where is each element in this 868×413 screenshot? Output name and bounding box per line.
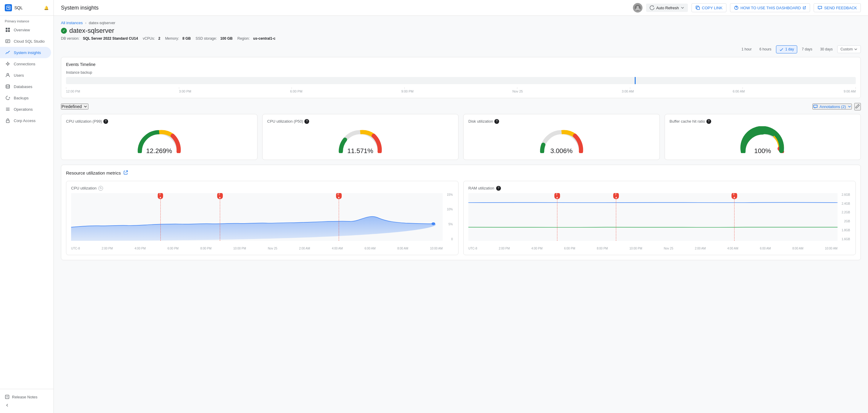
vcpus-label: vCPUs:: [143, 36, 155, 41]
ram-alert-badge-2: 3 ▲: [613, 193, 619, 199]
gauge-cpu-p99-help-icon[interactable]: ?: [103, 119, 108, 124]
svg-rect-7: [6, 40, 10, 43]
memory-label: Memory:: [165, 36, 179, 41]
time-btn-1day[interactable]: 1 day: [776, 45, 798, 54]
svg-rect-5: [6, 30, 7, 32]
bell-icon[interactable]: 🔔: [44, 6, 49, 10]
sidebar-item-connections[interactable]: Connections: [0, 58, 51, 70]
breadcrumb-all-instances[interactable]: All instances: [61, 21, 83, 25]
svg-rect-1: [7, 7, 8, 8]
memory-meta: Memory: 8 GB: [165, 36, 191, 41]
auto-refresh-button[interactable]: Auto Refresh: [646, 4, 688, 12]
overview-icon: [5, 27, 11, 33]
timeline-label-2: 6:00 PM: [290, 90, 302, 93]
predefined-button[interactable]: Predefined: [61, 104, 88, 109]
gauges-row: CPU utilization (P99) ?: [61, 114, 861, 160]
cpu-alert-3: 6 ▲: [339, 193, 339, 241]
annotations-icon: [813, 104, 818, 109]
release-notes-item[interactable]: Release Notes: [5, 393, 49, 401]
sidebar-item-backups-label: Backups: [14, 96, 29, 100]
help-circle-icon: [734, 5, 739, 10]
cpu-chart-info-icon[interactable]: ↻: [98, 186, 103, 191]
backups-icon: [5, 95, 11, 101]
svg-rect-6: [8, 30, 10, 32]
sidebar-item-corp-access-label: Corp Access: [14, 118, 35, 123]
gauge-buffer-cache-help-icon[interactable]: ?: [706, 119, 711, 124]
how-to-button[interactable]: HOW TO USE THIS DASHBOARD: [730, 3, 810, 12]
timeline-label-0: 12:00 PM: [66, 90, 80, 93]
sidebar-item-operations[interactable]: Operations: [0, 104, 51, 115]
sidebar-item-cloud-sql-studio[interactable]: Cloud SQL Studio: [0, 36, 51, 47]
sidebar-item-overview[interactable]: Overview: [0, 24, 51, 36]
gauge-cpu-p99-value: 12.269%: [146, 147, 172, 155]
page-title: System insights: [61, 5, 629, 11]
instance-status-icon: [61, 28, 67, 34]
send-feedback-button[interactable]: SEND FEEDBACK: [814, 3, 861, 12]
resource-title: Resource utilization metrics: [66, 170, 121, 175]
db-version-value: SQL Server 2022 Standard CU14: [83, 36, 138, 41]
ram-alert-3: 6 ▲: [734, 193, 735, 241]
time-btn-custom[interactable]: Custom: [837, 45, 861, 53]
sidebar-item-databases-label: Databases: [14, 84, 32, 89]
cpu-alert-badge-3: 6 ▲: [336, 193, 342, 199]
cpu-alert-1: 3 ▲: [160, 193, 161, 241]
sidebar-item-users[interactable]: Users: [0, 70, 51, 81]
timeline-label-6: 6:00 AM: [733, 90, 745, 93]
ram-chart-title-text: RAM utilization: [468, 186, 494, 191]
timeline-event-marker: [635, 77, 636, 84]
gauge-buffer-cache: Buffer cache hit ratio ?: [664, 114, 861, 160]
sidebar-item-databases[interactable]: Databases: [0, 81, 51, 92]
svg-rect-8: [7, 41, 9, 41]
ram-alert-badge-3: 6 ▲: [732, 193, 737, 199]
avatar: [633, 3, 643, 12]
instance-name: datex-sqlserver: [69, 27, 114, 35]
svg-line-25: [125, 171, 128, 173]
time-btn-1hour[interactable]: 1 hour: [738, 45, 755, 53]
time-btn-6hours[interactable]: 6 hours: [756, 45, 775, 53]
time-btn-30days[interactable]: 30 days: [817, 45, 836, 53]
collapse-item[interactable]: [5, 401, 49, 409]
cpu-x-axis: UTC-8 2:00 PM 4:00 PM 6:00 PM 8:00 PM 10…: [71, 247, 454, 250]
cpu-chart-area: 15% 10% 5% 0 3 ▲: [71, 193, 454, 247]
breadcrumb: All instances › datex-sqlserver: [61, 21, 861, 25]
auto-refresh-label: Auto Refresh: [656, 6, 679, 10]
gauge-disk-util-help-icon[interactable]: ?: [494, 119, 499, 124]
vcpus-meta: vCPUs: 2: [143, 36, 160, 41]
time-btn-7days[interactable]: 7 days: [798, 45, 815, 53]
cpu-y-axis: 15% 10% 5% 0: [444, 193, 454, 241]
app-name: SQL: [14, 5, 23, 10]
timeline-label-1: 3:00 PM: [179, 90, 191, 93]
gauge-cpu-p50-title: CPU utilization (P50) ?: [267, 119, 454, 124]
annotations-button[interactable]: Annotations (2): [812, 104, 852, 109]
edit-icon: [855, 104, 860, 109]
copy-link-button[interactable]: COPY LINK: [691, 3, 726, 12]
sidebar-item-system-insights[interactable]: System insights: [0, 47, 51, 58]
resource-link-icon[interactable]: [123, 170, 128, 176]
sidebar-item-backups[interactable]: Backups: [0, 92, 51, 104]
gauge-cpu-p99-wrapper: 12.269%: [66, 126, 252, 155]
svg-rect-16: [6, 120, 9, 123]
corp-access-icon: [5, 117, 11, 124]
sidebar-footer: Release Notes: [0, 389, 54, 413]
svg-rect-4: [8, 28, 10, 30]
events-timeline-title: Events Timeline: [66, 62, 856, 67]
cpu-chart-svg: [71, 193, 443, 241]
timeline-label-3: 9:00 PM: [401, 90, 413, 93]
gauge-disk-util: Disk utilization ? 3.006%: [463, 114, 660, 160]
feedback-icon: [817, 5, 822, 10]
edit-button[interactable]: [854, 103, 861, 110]
ram-chart-help-icon[interactable]: ?: [496, 186, 501, 191]
svg-rect-22: [697, 7, 700, 9]
auto-refresh-chevron-icon: [681, 6, 684, 9]
svg-point-12: [6, 85, 9, 86]
sidebar-item-cloud-sql-studio-label: Cloud SQL Studio: [14, 39, 45, 43]
copy-icon: [695, 5, 700, 10]
gauge-cpu-p50-help-icon[interactable]: ?: [304, 119, 309, 124]
custom-label: Custom: [840, 47, 853, 51]
connections-icon: [5, 61, 11, 67]
cpu-utilization-chart: CPU utilization ↻ 15% 10% 5% 0: [66, 181, 459, 255]
main-content: System insights Auto Refresh COPY LINK H…: [54, 0, 868, 413]
gauge-buffer-cache-value: 100%: [754, 147, 771, 155]
sidebar-item-corp-access[interactable]: Corp Access: [0, 115, 51, 126]
ram-x-axis: UTC-8 2:00 PM 4:00 PM 6:00 PM 8:00 PM 10…: [468, 247, 851, 250]
